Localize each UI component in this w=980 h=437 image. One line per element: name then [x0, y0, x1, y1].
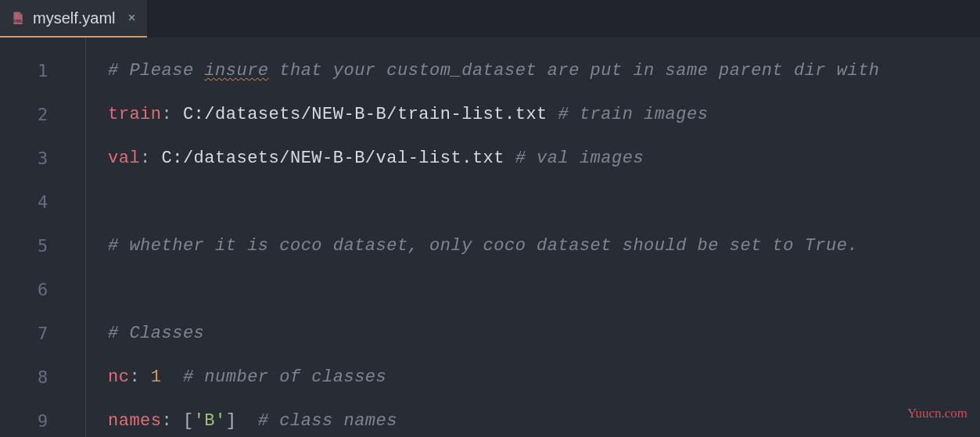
gutter: 1 2 3 4 5 6 7 8 9	[0, 38, 86, 437]
yaml-number: 1	[151, 367, 162, 387]
yaml-value: C:/datasets/NEW-B-B/train-list.txt	[183, 105, 547, 124]
bracket-close: ]	[226, 411, 237, 431]
svg-text:YML: YML	[13, 19, 23, 23]
code-line-6[interactable]	[108, 267, 980, 311]
editor-area: 1 2 3 4 5 6 7 8 9 # Please insure that y…	[0, 38, 980, 437]
watermark: Yuucn.com	[907, 406, 967, 421]
code-line-9[interactable]: names: ['B'] # class names	[108, 399, 980, 437]
yaml-string: 'B'	[194, 411, 226, 431]
line-number[interactable]: 9	[0, 399, 85, 437]
yaml-key: nc	[108, 367, 129, 387]
code-line-1[interactable]: # Please insure that your custom_dataset…	[108, 48, 980, 92]
colon: :	[129, 367, 140, 387]
line-number[interactable]: 6	[0, 267, 85, 311]
comment: # class names	[236, 411, 397, 431]
comment: # whether it is coco dataset, only coco …	[108, 236, 858, 256]
close-icon[interactable]: ×	[128, 11, 136, 26]
comment: # Classes	[108, 324, 204, 343]
line-number[interactable]: 4	[0, 180, 85, 224]
yaml-file-icon: YML	[11, 11, 25, 25]
colon: :	[140, 149, 151, 168]
yaml-key: names	[108, 411, 162, 431]
code-line-2[interactable]: train: C:/datasets/NEW-B-B/train-list.tx…	[108, 92, 980, 136]
code-line-8[interactable]: nc: 1 # number of classes	[108, 355, 980, 399]
code-line-5[interactable]: # whether it is coco dataset, only coco …	[108, 224, 980, 267]
comment: that your custom_dataset are put in same…	[269, 61, 891, 81]
code-line-3[interactable]: val: C:/datasets/NEW-B-B/val-list.txt # …	[108, 136, 980, 180]
line-number[interactable]: 3	[0, 136, 85, 180]
tab-label: myself.yaml	[33, 9, 116, 27]
comment: # number of classes	[162, 367, 387, 387]
code-line-4[interactable]	[108, 180, 980, 224]
comment: # Please	[108, 61, 204, 81]
yaml-key: train	[108, 105, 162, 124]
tab-bar: YML myself.yaml ×	[0, 0, 980, 38]
line-number[interactable]: 5	[0, 224, 85, 267]
colon: :	[162, 105, 173, 124]
line-number[interactable]: 1	[0, 48, 85, 92]
code-line-7[interactable]: # Classes	[108, 311, 980, 355]
comment: # train images	[547, 105, 709, 124]
line-number[interactable]: 8	[0, 355, 85, 399]
colon: :	[162, 411, 173, 431]
yaml-value: C:/datasets/NEW-B-B/val-list.txt	[162, 149, 504, 168]
code-content[interactable]: # Please insure that your custom_dataset…	[86, 38, 980, 437]
comment-warning: insure	[204, 61, 268, 81]
line-number[interactable]: 7	[0, 311, 85, 355]
comment: # val images	[504, 149, 644, 168]
tab-myself-yaml[interactable]: YML myself.yaml ×	[0, 0, 147, 38]
yaml-key: val	[108, 149, 140, 168]
bracket-open: [	[183, 411, 194, 431]
line-number[interactable]: 2	[0, 92, 85, 136]
